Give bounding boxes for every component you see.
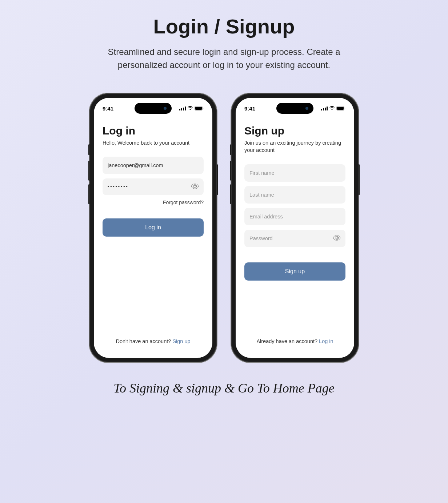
wifi-icon (187, 106, 193, 110)
signup-footer-text: Already have an account? (256, 338, 319, 344)
lastname-field[interactable] (249, 192, 340, 198)
login-footer: Don't have an account? Sign up (94, 338, 212, 344)
password-input[interactable] (244, 230, 345, 247)
email-input[interactable] (244, 208, 345, 225)
email-field[interactable] (249, 214, 340, 220)
phone-frame-login: 9:41 Log in Hello, Welcome back to your (89, 93, 217, 362)
battery-icon (195, 106, 204, 110)
page-subtitle: Streamlined and secure login and sign-up… (82, 45, 366, 72)
eye-icon[interactable] (191, 184, 199, 190)
eye-icon[interactable] (333, 235, 340, 241)
phones-container: 9:41 Log in Hello, Welcome back to your (7, 93, 441, 362)
svg-rect-1 (181, 108, 182, 110)
svg-rect-8 (325, 108, 326, 110)
notch (135, 103, 172, 114)
phone-screen-signup: 9:41 Sign up Join us on an exciting jour (236, 98, 354, 358)
svg-rect-5 (195, 107, 202, 110)
signal-icon (321, 106, 328, 110)
signal-icon (179, 106, 186, 110)
svg-rect-11 (337, 107, 344, 110)
phone-frame-signup: 9:41 Sign up Join us on an exciting jour (231, 93, 359, 362)
signup-button[interactable]: Sign up (244, 262, 345, 281)
firstname-input[interactable] (244, 164, 345, 182)
signup-subtitle: Join us on an exciting journey by creati… (244, 139, 345, 154)
firstname-field[interactable] (249, 170, 340, 176)
signup-title: Sign up (244, 125, 345, 137)
page-title: Login / Signup (7, 15, 441, 38)
lastname-input[interactable] (244, 186, 345, 204)
status-icons (179, 106, 204, 110)
password-input[interactable]: •••••••• (103, 178, 204, 195)
bottom-caption: To Signing & signup & Go To Home Page (7, 381, 441, 396)
svg-rect-9 (327, 106, 328, 110)
svg-rect-6 (321, 109, 322, 110)
status-time: 9:41 (244, 105, 255, 112)
battery-icon (336, 106, 345, 110)
notch (276, 103, 313, 114)
login-footer-text: Don't have an account? (116, 338, 172, 344)
phone-screen-login: 9:41 Log in Hello, Welcome back to your (94, 98, 212, 358)
status-icons (321, 106, 345, 110)
email-field[interactable] (108, 162, 199, 168)
login-title: Log in (103, 125, 204, 137)
login-subtitle: Hello, Welcome back to your account (103, 139, 204, 146)
svg-rect-2 (183, 108, 184, 110)
email-input[interactable] (103, 157, 204, 174)
signup-link[interactable]: Sign up (172, 338, 190, 344)
svg-rect-0 (179, 109, 180, 110)
wifi-icon (329, 106, 335, 110)
svg-rect-3 (185, 106, 186, 110)
login-link[interactable]: Log in (319, 338, 333, 344)
password-field[interactable] (249, 236, 340, 241)
signup-footer: Already have an account? Log in (236, 338, 354, 344)
svg-rect-7 (323, 108, 324, 110)
status-time: 9:41 (103, 105, 113, 112)
forgot-password-link[interactable]: Forgot password? (103, 200, 204, 205)
login-button[interactable]: Log in (103, 218, 204, 237)
password-value: •••••••• (108, 184, 129, 189)
